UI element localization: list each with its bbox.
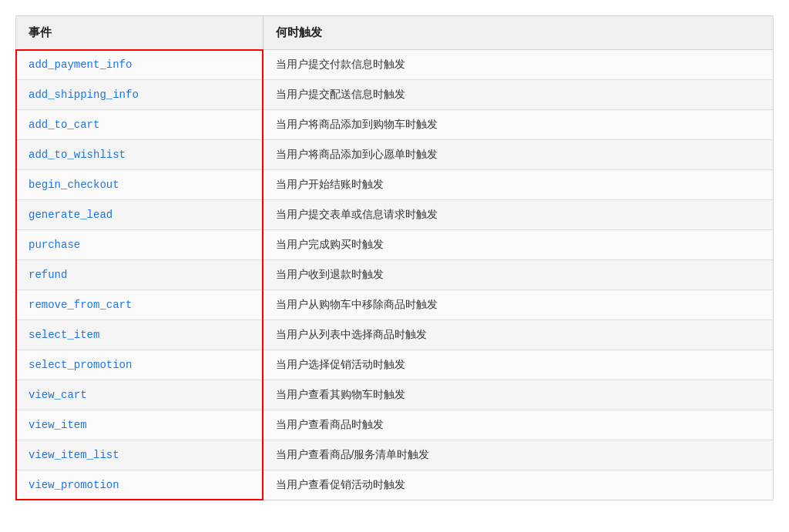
table-row: add_shipping_info当用户提交配送信息时触发 [16,80,773,110]
event-name-cell: generate_lead [16,200,263,230]
header-event: 事件 [16,16,263,50]
trigger-description-cell: 当用户收到退款时触发 [263,260,773,290]
table-header-row: 事件 何时触发 [16,16,773,50]
table-row: view_item当用户查看商品时触发 [16,410,773,440]
event-name-cell: view_item [16,410,263,440]
event-name-cell: remove_from_cart [16,290,263,320]
trigger-description-cell: 当用户提交付款信息时触发 [263,50,773,80]
header-trigger: 何时触发 [263,16,773,50]
event-name-cell: select_item [16,320,263,350]
event-name-cell: view_item_list [16,440,263,470]
event-name-cell: begin_checkout [16,170,263,200]
event-name-cell: select_promotion [16,350,263,380]
event-name-cell: add_to_cart [16,110,263,140]
trigger-description-cell: 当用户查看商品/服务清单时触发 [263,440,773,470]
table-row: view_cart当用户查看其购物车时触发 [16,380,773,410]
trigger-description-cell: 当用户查看促销活动时触发 [263,470,773,500]
table-row: generate_lead当用户提交表单或信息请求时触发 [16,200,773,230]
table-row: add_to_cart当用户将商品添加到购物车时触发 [16,110,773,140]
trigger-description-cell: 当用户完成购买时触发 [263,230,773,260]
event-name-cell: add_to_wishlist [16,140,263,170]
trigger-description-cell: 当用户将商品添加到购物车时触发 [263,110,773,140]
trigger-description-cell: 当用户查看商品时触发 [263,410,773,440]
trigger-description-cell: 当用户将商品添加到心愿单时触发 [263,140,773,170]
trigger-description-cell: 当用户提交配送信息时触发 [263,80,773,110]
table-row: view_promotion当用户查看促销活动时触发 [16,470,773,500]
event-name-cell: purchase [16,230,263,260]
table-row: refund当用户收到退款时触发 [16,260,773,290]
event-name-cell: add_shipping_info [16,80,263,110]
trigger-description-cell: 当用户查看其购物车时触发 [263,380,773,410]
event-name-cell: refund [16,260,263,290]
table-row: view_item_list当用户查看商品/服务清单时触发 [16,440,773,470]
table-row: remove_from_cart当用户从购物车中移除商品时触发 [16,290,773,320]
table-row: add_to_wishlist当用户将商品添加到心愿单时触发 [16,140,773,170]
trigger-description-cell: 当用户从购物车中移除商品时触发 [263,290,773,320]
events-table: 事件 何时触发 add_payment_info当用户提交付款信息时触发add_… [16,16,773,500]
table-row: purchase当用户完成购买时触发 [16,230,773,260]
table-row: select_promotion当用户选择促销活动时触发 [16,350,773,380]
trigger-description-cell: 当用户开始结账时触发 [263,170,773,200]
event-name-cell: view_promotion [16,470,263,500]
trigger-description-cell: 当用户从列表中选择商品时触发 [263,320,773,350]
table-row: add_payment_info当用户提交付款信息时触发 [16,50,773,80]
table-body: add_payment_info当用户提交付款信息时触发add_shipping… [16,50,773,500]
event-name-cell: add_payment_info [16,50,263,80]
table-row: select_item当用户从列表中选择商品时触发 [16,320,773,350]
events-table-wrapper: 事件 何时触发 add_payment_info当用户提交付款信息时触发add_… [15,15,774,500]
trigger-description-cell: 当用户选择促销活动时触发 [263,350,773,380]
table-row: begin_checkout当用户开始结账时触发 [16,170,773,200]
event-name-cell: view_cart [16,380,263,410]
trigger-description-cell: 当用户提交表单或信息请求时触发 [263,200,773,230]
